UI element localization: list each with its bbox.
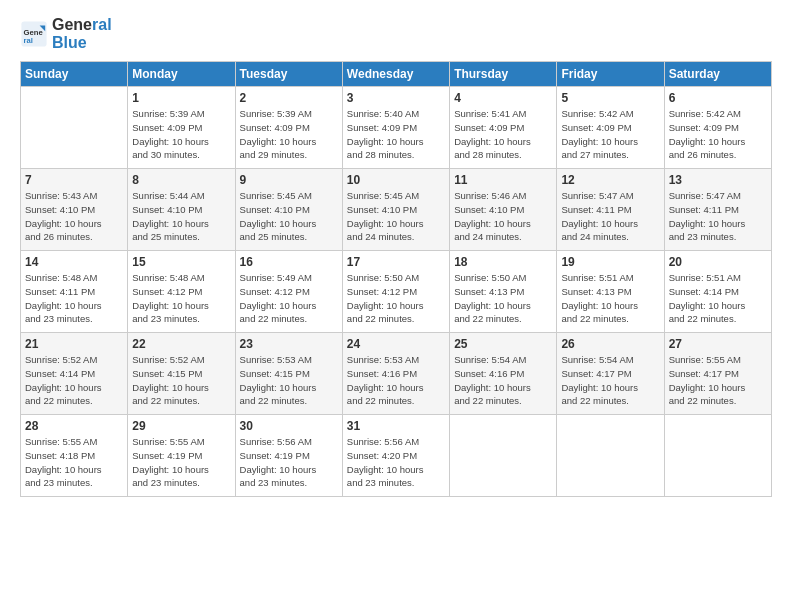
day-number: 21: [25, 337, 123, 351]
calendar-cell: 13Sunrise: 5:47 AMSunset: 4:11 PMDayligh…: [664, 169, 771, 251]
day-info: Sunrise: 5:42 AMSunset: 4:09 PMDaylight:…: [669, 107, 767, 162]
day-info: Sunrise: 5:52 AMSunset: 4:14 PMDaylight:…: [25, 353, 123, 408]
day-number: 18: [454, 255, 552, 269]
calendar-cell: 4Sunrise: 5:41 AMSunset: 4:09 PMDaylight…: [450, 87, 557, 169]
day-info: Sunrise: 5:43 AMSunset: 4:10 PMDaylight:…: [25, 189, 123, 244]
day-info: Sunrise: 5:44 AMSunset: 4:10 PMDaylight:…: [132, 189, 230, 244]
day-info: Sunrise: 5:39 AMSunset: 4:09 PMDaylight:…: [132, 107, 230, 162]
calendar-cell: 10Sunrise: 5:45 AMSunset: 4:10 PMDayligh…: [342, 169, 449, 251]
day-info: Sunrise: 5:41 AMSunset: 4:09 PMDaylight:…: [454, 107, 552, 162]
day-number: 11: [454, 173, 552, 187]
day-info: Sunrise: 5:50 AMSunset: 4:13 PMDaylight:…: [454, 271, 552, 326]
page-header: Gene ral General Blue: [20, 16, 772, 51]
calendar-cell: [21, 87, 128, 169]
calendar-cell: 14Sunrise: 5:48 AMSunset: 4:11 PMDayligh…: [21, 251, 128, 333]
calendar-header-thursday: Thursday: [450, 62, 557, 87]
calendar-header-monday: Monday: [128, 62, 235, 87]
day-number: 31: [347, 419, 445, 433]
day-number: 6: [669, 91, 767, 105]
day-info: Sunrise: 5:56 AMSunset: 4:20 PMDaylight:…: [347, 435, 445, 490]
calendar-cell: 2Sunrise: 5:39 AMSunset: 4:09 PMDaylight…: [235, 87, 342, 169]
day-number: 2: [240, 91, 338, 105]
logo-icon: Gene ral: [20, 20, 48, 48]
calendar-cell: 22Sunrise: 5:52 AMSunset: 4:15 PMDayligh…: [128, 333, 235, 415]
day-number: 8: [132, 173, 230, 187]
calendar-header-saturday: Saturday: [664, 62, 771, 87]
calendar-cell: 30Sunrise: 5:56 AMSunset: 4:19 PMDayligh…: [235, 415, 342, 497]
day-info: Sunrise: 5:51 AMSunset: 4:14 PMDaylight:…: [669, 271, 767, 326]
calendar-cell: 17Sunrise: 5:50 AMSunset: 4:12 PMDayligh…: [342, 251, 449, 333]
day-info: Sunrise: 5:49 AMSunset: 4:12 PMDaylight:…: [240, 271, 338, 326]
day-number: 14: [25, 255, 123, 269]
calendar-cell: 3Sunrise: 5:40 AMSunset: 4:09 PMDaylight…: [342, 87, 449, 169]
day-number: 23: [240, 337, 338, 351]
day-number: 10: [347, 173, 445, 187]
calendar-header-wednesday: Wednesday: [342, 62, 449, 87]
day-number: 9: [240, 173, 338, 187]
day-info: Sunrise: 5:54 AMSunset: 4:17 PMDaylight:…: [561, 353, 659, 408]
day-info: Sunrise: 5:45 AMSunset: 4:10 PMDaylight:…: [347, 189, 445, 244]
day-info: Sunrise: 5:50 AMSunset: 4:12 PMDaylight:…: [347, 271, 445, 326]
calendar-cell: 9Sunrise: 5:45 AMSunset: 4:10 PMDaylight…: [235, 169, 342, 251]
day-info: Sunrise: 5:56 AMSunset: 4:19 PMDaylight:…: [240, 435, 338, 490]
calendar-cell: 24Sunrise: 5:53 AMSunset: 4:16 PMDayligh…: [342, 333, 449, 415]
calendar-cell: [450, 415, 557, 497]
calendar-table: SundayMondayTuesdayWednesdayThursdayFrid…: [20, 61, 772, 497]
day-number: 7: [25, 173, 123, 187]
day-info: Sunrise: 5:53 AMSunset: 4:15 PMDaylight:…: [240, 353, 338, 408]
calendar-header-friday: Friday: [557, 62, 664, 87]
calendar-cell: [664, 415, 771, 497]
day-info: Sunrise: 5:47 AMSunset: 4:11 PMDaylight:…: [669, 189, 767, 244]
day-number: 22: [132, 337, 230, 351]
calendar-cell: 28Sunrise: 5:55 AMSunset: 4:18 PMDayligh…: [21, 415, 128, 497]
day-number: 24: [347, 337, 445, 351]
day-info: Sunrise: 5:54 AMSunset: 4:16 PMDaylight:…: [454, 353, 552, 408]
calendar-cell: 29Sunrise: 5:55 AMSunset: 4:19 PMDayligh…: [128, 415, 235, 497]
day-info: Sunrise: 5:55 AMSunset: 4:19 PMDaylight:…: [132, 435, 230, 490]
day-number: 27: [669, 337, 767, 351]
day-number: 5: [561, 91, 659, 105]
day-number: 29: [132, 419, 230, 433]
calendar-cell: 18Sunrise: 5:50 AMSunset: 4:13 PMDayligh…: [450, 251, 557, 333]
calendar-cell: 21Sunrise: 5:52 AMSunset: 4:14 PMDayligh…: [21, 333, 128, 415]
calendar-cell: 6Sunrise: 5:42 AMSunset: 4:09 PMDaylight…: [664, 87, 771, 169]
day-number: 16: [240, 255, 338, 269]
calendar-header-sunday: Sunday: [21, 62, 128, 87]
svg-text:ral: ral: [24, 36, 33, 45]
calendar-cell: 31Sunrise: 5:56 AMSunset: 4:20 PMDayligh…: [342, 415, 449, 497]
day-info: Sunrise: 5:52 AMSunset: 4:15 PMDaylight:…: [132, 353, 230, 408]
calendar-header-tuesday: Tuesday: [235, 62, 342, 87]
day-number: 4: [454, 91, 552, 105]
calendar-cell: 26Sunrise: 5:54 AMSunset: 4:17 PMDayligh…: [557, 333, 664, 415]
day-info: Sunrise: 5:46 AMSunset: 4:10 PMDaylight:…: [454, 189, 552, 244]
day-number: 20: [669, 255, 767, 269]
day-number: 3: [347, 91, 445, 105]
calendar-cell: 8Sunrise: 5:44 AMSunset: 4:10 PMDaylight…: [128, 169, 235, 251]
day-number: 12: [561, 173, 659, 187]
calendar-cell: 19Sunrise: 5:51 AMSunset: 4:13 PMDayligh…: [557, 251, 664, 333]
day-number: 15: [132, 255, 230, 269]
day-number: 25: [454, 337, 552, 351]
day-info: Sunrise: 5:48 AMSunset: 4:11 PMDaylight:…: [25, 271, 123, 326]
logo-text-line2: Blue: [52, 34, 112, 52]
day-info: Sunrise: 5:51 AMSunset: 4:13 PMDaylight:…: [561, 271, 659, 326]
day-info: Sunrise: 5:39 AMSunset: 4:09 PMDaylight:…: [240, 107, 338, 162]
calendar-cell: 23Sunrise: 5:53 AMSunset: 4:15 PMDayligh…: [235, 333, 342, 415]
calendar-cell: 7Sunrise: 5:43 AMSunset: 4:10 PMDaylight…: [21, 169, 128, 251]
day-info: Sunrise: 5:47 AMSunset: 4:11 PMDaylight:…: [561, 189, 659, 244]
day-info: Sunrise: 5:53 AMSunset: 4:16 PMDaylight:…: [347, 353, 445, 408]
day-info: Sunrise: 5:45 AMSunset: 4:10 PMDaylight:…: [240, 189, 338, 244]
day-info: Sunrise: 5:55 AMSunset: 4:17 PMDaylight:…: [669, 353, 767, 408]
day-info: Sunrise: 5:40 AMSunset: 4:09 PMDaylight:…: [347, 107, 445, 162]
day-number: 30: [240, 419, 338, 433]
calendar-cell: 20Sunrise: 5:51 AMSunset: 4:14 PMDayligh…: [664, 251, 771, 333]
calendar-cell: 1Sunrise: 5:39 AMSunset: 4:09 PMDaylight…: [128, 87, 235, 169]
calendar-cell: 12Sunrise: 5:47 AMSunset: 4:11 PMDayligh…: [557, 169, 664, 251]
logo: Gene ral General Blue: [20, 16, 112, 51]
day-number: 13: [669, 173, 767, 187]
calendar-cell: 5Sunrise: 5:42 AMSunset: 4:09 PMDaylight…: [557, 87, 664, 169]
logo-text-line1: General: [52, 16, 112, 34]
calendar-cell: 15Sunrise: 5:48 AMSunset: 4:12 PMDayligh…: [128, 251, 235, 333]
calendar-cell: 16Sunrise: 5:49 AMSunset: 4:12 PMDayligh…: [235, 251, 342, 333]
day-number: 26: [561, 337, 659, 351]
